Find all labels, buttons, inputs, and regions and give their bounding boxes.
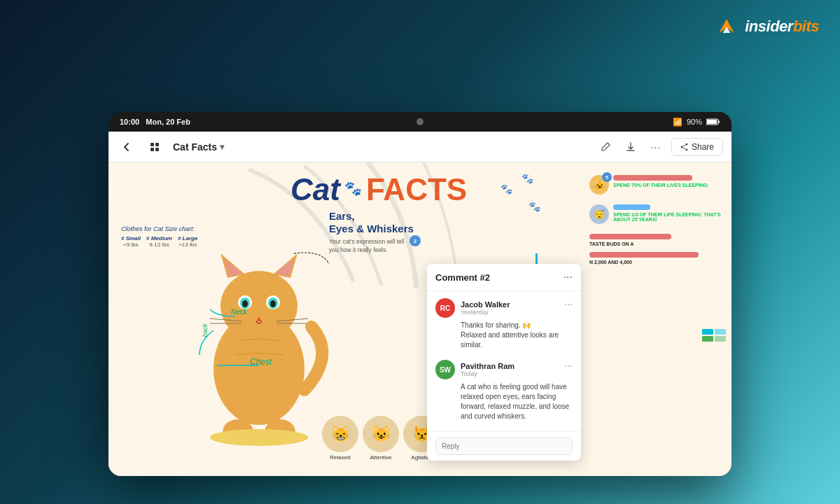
chest-label: Chest (250, 357, 272, 367)
range-text: N 2,000 AND 4,000 (589, 260, 726, 265)
face-relaxed: 😸 Relaxed (322, 416, 358, 461)
share-button[interactable]: Share (671, 138, 723, 156)
download-button[interactable] (621, 137, 640, 157)
content-area: 🐾 🐾 🐾 Cat 🐾 FACTS Clothes for Cat Size c… (108, 162, 732, 476)
size-chart: Clothes for Cat Size chart: # Small <9 l… (121, 225, 197, 248)
logo-text: insiderbits (745, 18, 819, 36)
logo-area: insiderbits (714, 14, 819, 39)
pavithran-time: Today (461, 370, 514, 377)
cat-paw-icon: 🐾 (344, 180, 362, 197)
avatar-jacob: RC (435, 298, 455, 318)
svg-rect-5 (150, 143, 154, 146)
range-section: N 2,000 AND 4,000 (589, 252, 726, 265)
cat-illustration (189, 215, 329, 446)
color-swatches (702, 329, 726, 342)
stat2-bar (613, 204, 650, 210)
stat1-badge: 5 (602, 172, 612, 182)
comment-2-user-info: SW Pavithran Ram Today (435, 360, 514, 379)
taste-buds-section: TASTE BUDS ON A N 2,000 AND 4,000 (589, 234, 726, 265)
svg-point-22 (242, 300, 248, 307)
back-icon (121, 141, 132, 153)
svg-rect-8 (155, 148, 159, 151)
pen-button[interactable] (596, 137, 615, 157)
stat-sleeping-70: 😺 5 SPEND 70% OF THEIR LIVES SLEEPING: (589, 175, 726, 195)
doc-title[interactable]: Cat Facts ▾ (173, 141, 224, 153)
more-icon: ··· (651, 141, 662, 153)
taste-bar (589, 234, 671, 239)
size-medium: # Medium 9-13 lbs (146, 235, 172, 248)
stat1-icon: 😺 5 (589, 175, 609, 195)
size-chart-title: Clothes for Cat Size chart: (121, 225, 197, 232)
comment-reply-area (427, 431, 581, 461)
dropdown-arrow-icon: ▾ (220, 142, 224, 152)
svg-rect-7 (150, 148, 154, 151)
status-date: Mon, 20 Feb (146, 118, 190, 126)
range-bar (589, 252, 699, 258)
comment-1-meta: Jacob Walker Yesterday (461, 300, 510, 316)
swatch-green (702, 336, 713, 342)
paw-print-1: 🐾 (500, 183, 512, 195)
jacob-text: Thanks for sharing. 🙌Relaxed and attenti… (435, 321, 573, 350)
expression-note: Your cat's expression will tell you how … (329, 238, 413, 255)
comment-2-dots[interactable]: ··· (564, 360, 573, 371)
swatch-row-2 (702, 336, 726, 342)
more-button[interactable]: ··· (646, 137, 666, 157)
facts-title-word: FACTS (366, 172, 467, 207)
svg-point-23 (270, 300, 276, 307)
pavithran-text: A cat who is feeling good will have rela… (435, 382, 573, 421)
comment-item-1: RC Jacob Walker Yesterday ··· Thanks for… (435, 298, 573, 350)
app-toolbar: Cat Facts ▾ ··· (108, 132, 732, 162)
battery-text: 90% (687, 118, 702, 126)
swatch-teal (702, 329, 713, 335)
status-time-date: 10:00 Mon, 20 Feb (120, 118, 190, 126)
battery-icon (706, 118, 720, 125)
comment-header: Comment #2 ··· (427, 264, 581, 291)
face-attentive: 😺 Attentive (363, 416, 399, 461)
pen-icon (600, 141, 611, 153)
size-labels: # Small <9 lbs # Medium 9-13 lbs # Large… (121, 235, 197, 248)
comment-1-user-row: RC Jacob Walker Yesterday ··· (435, 298, 573, 318)
stat2-content: SPEND 1/3 OF THEIR LIFE SLEEPING: THAT'S… (613, 204, 726, 222)
swatch-light-green (715, 336, 726, 342)
svg-rect-4 (718, 121, 720, 123)
comment-1-dots[interactable]: ··· (564, 298, 573, 309)
swatch-row-1 (702, 329, 726, 335)
reply-input[interactable] (435, 438, 573, 455)
status-right: 📶 90% (673, 118, 720, 127)
right-stats: 😺 5 SPEND 70% OF THEIR LIVES SLEEPING: 😴 (589, 175, 726, 265)
stat1-content: SPEND 70% OF THEIR LIVES SLEEPING: (613, 175, 726, 188)
comment-body: RC Jacob Walker Yesterday ··· Thanks for… (427, 291, 581, 431)
download-icon (625, 141, 636, 153)
comment-item-2: SW Pavithran Ram Today ··· A cat who is … (435, 360, 573, 421)
logo-icon (714, 14, 739, 39)
stat-sleeping-third: 😴 SPEND 1/3 OF THEIR LIFE SLEEPING: THAT… (589, 204, 726, 224)
avatar-pavithran: SW (435, 360, 455, 379)
comment-2-meta: Pavithran Ram Today (461, 362, 514, 377)
doc-title-text: Cat Facts (173, 141, 217, 153)
comment-2-user-row: SW Pavithran Ram Today ··· (435, 360, 573, 379)
neck-label: Neck (231, 308, 247, 316)
comment-panel: Comment #2 ··· RC Jacob Walker Yesterday (427, 264, 581, 461)
paw-print-2: 🐾 (522, 173, 533, 184)
comment-title: Comment #2 (435, 272, 490, 283)
infographic: 🐾 🐾 🐾 Cat 🐾 FACTS Clothes for Cat Size c… (108, 162, 732, 476)
comment-1-user-info: RC Jacob Walker Yesterday (435, 298, 510, 318)
jacob-name: Jacob Walker (461, 300, 510, 309)
size-small: # Small <9 lbs (121, 235, 141, 248)
grid-icon (149, 141, 160, 153)
doc-content: 🐾 🐾 🐾 Cat 🐾 FACTS Clothes for Cat Size c… (108, 162, 732, 476)
comment-more-button[interactable]: ··· (564, 271, 573, 284)
ears-eyes-whiskers-label: Ears,Eyes & Whiskers (329, 210, 414, 235)
back-label: back (202, 323, 209, 337)
grid-button[interactable] (145, 137, 164, 157)
back-button[interactable] (117, 137, 136, 157)
svg-rect-3 (707, 120, 717, 124)
camera (416, 118, 424, 125)
jacob-time: Yesterday (461, 309, 510, 316)
stat2-text: SPEND 1/3 OF THEIR LIFE SLEEPING: THAT'S… (613, 212, 726, 222)
title-area: Cat 🐾 FACTS (290, 172, 467, 207)
svg-rect-6 (155, 143, 159, 146)
stat1-bar (613, 175, 692, 181)
annotation-badge-2: 2 (410, 235, 421, 246)
toolbar-right: ··· Share (596, 137, 723, 157)
